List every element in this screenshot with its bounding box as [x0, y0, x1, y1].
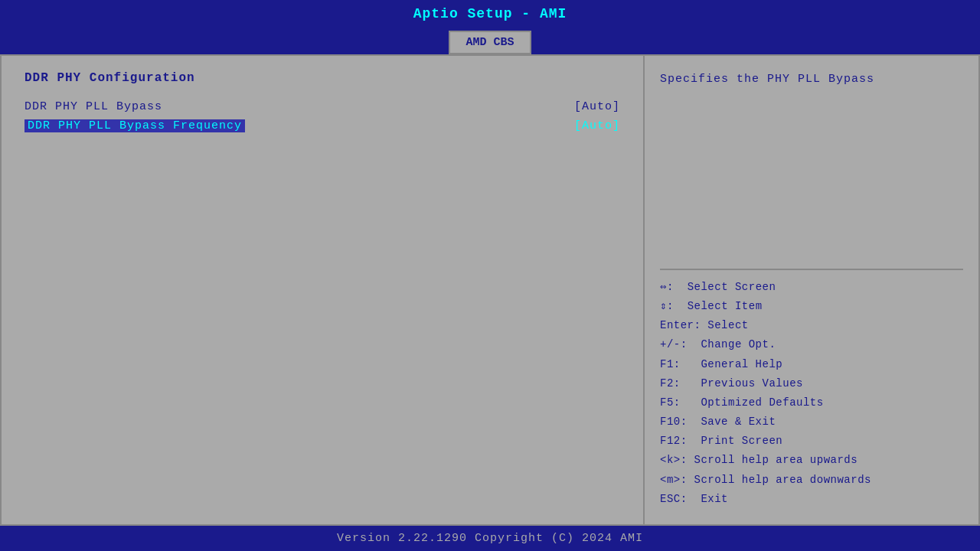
- shortcut-f10: F10: Save & Exit: [660, 412, 963, 432]
- shortcut-f12: F12: Print Screen: [660, 432, 963, 451]
- section-title: DDR PHY Configuration: [24, 71, 620, 85]
- shortcut-select-item: ⇕: Select Item: [660, 297, 963, 316]
- right-panel: Specifies the PHY PLL Bypass ⇔: Select S…: [645, 56, 978, 524]
- shortcut-esc: ESC: Exit: [660, 490, 963, 509]
- footer-text: Version 2.22.1290 Copyright (C) 2024 AMI: [337, 532, 643, 545]
- shortcut-change-opt: +/-: Change Opt.: [660, 335, 963, 354]
- shortcut-select-screen: ⇔: Select Screen: [660, 278, 963, 297]
- config-value-pll-bypass-freq: [Auto]: [574, 119, 620, 132]
- config-row-pll-bypass-freq[interactable]: DDR PHY PLL Bypass Frequency [Auto]: [24, 119, 620, 132]
- left-panel: DDR PHY Configuration DDR PHY PLL Bypass…: [2, 56, 645, 524]
- config-value-pll-bypass: [Auto]: [574, 100, 620, 113]
- shortcut-f5: F5: Optimized Defaults: [660, 393, 963, 412]
- footer: Version 2.22.1290 Copyright (C) 2024 AMI: [0, 526, 980, 551]
- tab-amd-cbs[interactable]: AMD CBS: [449, 31, 531, 54]
- config-label-pll-bypass-freq: DDR PHY PLL Bypass Frequency: [24, 119, 245, 132]
- shortcut-f2: F2: Previous Values: [660, 374, 963, 393]
- shortcut-m: <m>: Scroll help area downwards: [660, 471, 963, 490]
- title-bar: Aptio Setup - AMI: [0, 0, 980, 28]
- help-text: Specifies the PHY PLL Bypass: [660, 71, 963, 261]
- tab-bar: AMD CBS: [0, 28, 980, 54]
- config-row-pll-bypass[interactable]: DDR PHY PLL Bypass [Auto]: [24, 100, 620, 113]
- shortcut-enter: Enter: Select: [660, 316, 963, 335]
- divider: [660, 269, 963, 270]
- config-label-pll-bypass: DDR PHY PLL Bypass: [24, 100, 162, 113]
- shortcuts-list: ⇔: Select Screen ⇕: Select Item Enter: S…: [660, 278, 963, 509]
- title-text: Aptio Setup - AMI: [413, 6, 567, 21]
- shortcut-f1: F1: General Help: [660, 355, 963, 374]
- shortcut-k: <k>: Scroll help area upwards: [660, 451, 963, 470]
- main-content: DDR PHY Configuration DDR PHY PLL Bypass…: [0, 54, 980, 526]
